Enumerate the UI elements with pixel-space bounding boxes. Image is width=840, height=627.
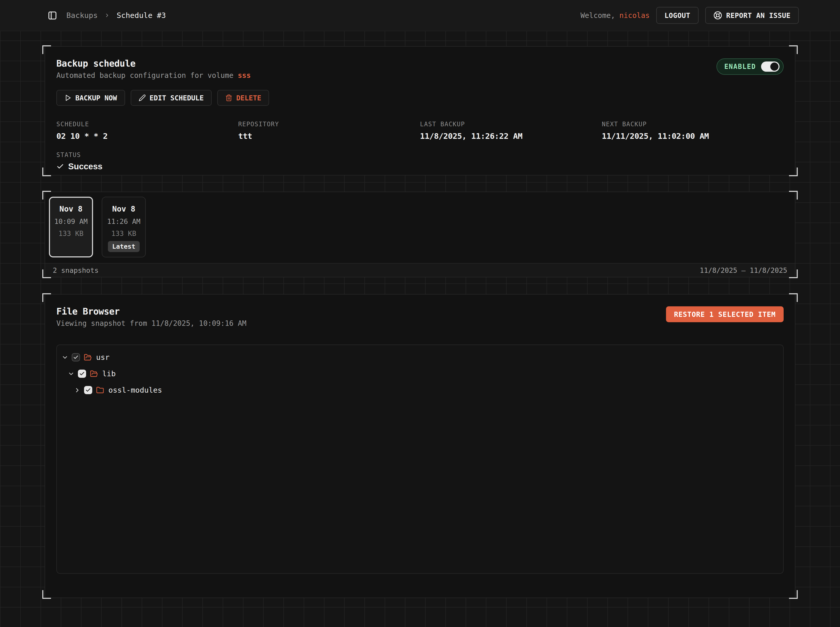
corner-bracket (789, 167, 798, 176)
corner-bracket (789, 45, 798, 54)
report-issue-button[interactable]: REPORT AN ISSUE (705, 7, 799, 24)
file-browser-subtitle: Viewing snapshot from 11/8/2025, 10:09:1… (56, 319, 246, 328)
corner-bracket (42, 590, 51, 599)
edit-schedule-button[interactable]: EDIT SCHEDULE (131, 90, 212, 106)
chevron-down-icon[interactable] (62, 354, 68, 361)
field-schedule: SCHEDULE 02 10 * * 2 (56, 121, 238, 140)
latest-badge: Latest (108, 241, 140, 252)
check-icon (56, 163, 64, 170)
snapshot-count: 2 snapshots (53, 266, 99, 274)
volume-name: sss (238, 71, 251, 80)
snapshot-strip: Nov 8 10:09 AM 133 KB Nov 8 11:26 AM 133… (45, 192, 795, 257)
folder-open-icon (84, 353, 92, 361)
username: nicolas (619, 11, 650, 20)
file-browser-title: File Browser (56, 306, 246, 317)
tree-row-ossl-modules[interactable]: ossl-modules (62, 382, 778, 398)
folder-icon (96, 386, 104, 394)
schedule-fields: SCHEDULE 02 10 * * 2 REPOSITORY ttt LAST… (56, 121, 784, 140)
file-tree-panel: usr lib (56, 345, 784, 574)
breadcrumb-parent[interactable]: Backups (66, 11, 98, 20)
breadcrumb: Backups Schedule #3 (66, 11, 166, 20)
topbar: Backups Schedule #3 Welcome, nicolas LOG… (0, 0, 840, 31)
backup-schedule-card: Backup schedule Automated backup configu… (44, 46, 796, 175)
chevron-right-icon (104, 13, 110, 18)
delete-button[interactable]: DELETE (217, 90, 269, 106)
corner-bracket (42, 45, 51, 54)
main-content: Backup schedule Automated backup configu… (0, 31, 840, 598)
file-browser-card: File Browser Viewing snapshot from 11/8/… (44, 294, 796, 598)
corner-bracket (42, 293, 51, 302)
snapshot-range: 11/8/2025 – 11/8/2025 (700, 266, 787, 274)
toggle-knob (770, 63, 778, 71)
checkbox-ossl-modules[interactable] (84, 386, 92, 394)
field-repository: REPOSITORY ttt (238, 121, 420, 140)
enabled-label: ENABLED (724, 63, 756, 71)
backup-now-button[interactable]: BACKUP NOW (56, 90, 125, 106)
snapshot-card-selected[interactable]: Nov 8 10:09 AM 133 KB (49, 197, 93, 257)
enabled-toggle[interactable]: ENABLED (717, 58, 784, 75)
field-status: STATUS Success (56, 151, 784, 171)
panel-left-icon (48, 11, 57, 20)
play-icon (64, 94, 71, 101)
restore-button[interactable]: RESTORE 1 SELECTED ITEM (666, 306, 784, 322)
pencil-icon (139, 94, 146, 101)
logout-button[interactable]: LOGOUT (656, 7, 699, 24)
snapshots-footer: 2 snapshots 11/8/2025 – 11/8/2025 (45, 263, 795, 277)
snapshot-card[interactable]: Nov 8 11:26 AM 133 KB Latest (102, 197, 146, 257)
chevron-down-icon[interactable] (68, 370, 74, 377)
sidebar-toggle-button[interactable] (48, 11, 57, 20)
trash-icon (225, 94, 232, 101)
tree-row-lib[interactable]: lib (62, 365, 778, 382)
checkbox-lib[interactable] (78, 370, 86, 378)
card-subtitle: Automated backup configuration for volum… (56, 71, 251, 80)
lifebuoy-icon (714, 11, 722, 20)
field-next-backup: NEXT BACKUP 11/11/2025, 11:02:00 AM (602, 121, 784, 140)
corner-bracket (789, 590, 798, 599)
folder-open-icon (90, 370, 98, 378)
corner-bracket (42, 167, 51, 176)
snapshots-card: Nov 8 10:09 AM 133 KB Nov 8 11:26 AM 133… (44, 192, 796, 277)
corner-bracket (789, 293, 798, 302)
checkbox-usr[interactable] (72, 353, 80, 361)
chevron-right-icon[interactable] (74, 387, 81, 394)
tree-row-usr[interactable]: usr (62, 349, 778, 365)
welcome-text: Welcome, nicolas (580, 11, 650, 20)
field-last-backup: LAST BACKUP 11/8/2025, 11:26:22 AM (420, 121, 602, 140)
card-title: Backup schedule (56, 58, 251, 69)
status-value: Success (68, 162, 103, 171)
toggle-switch[interactable] (761, 61, 780, 72)
breadcrumb-current: Schedule #3 (117, 11, 166, 20)
